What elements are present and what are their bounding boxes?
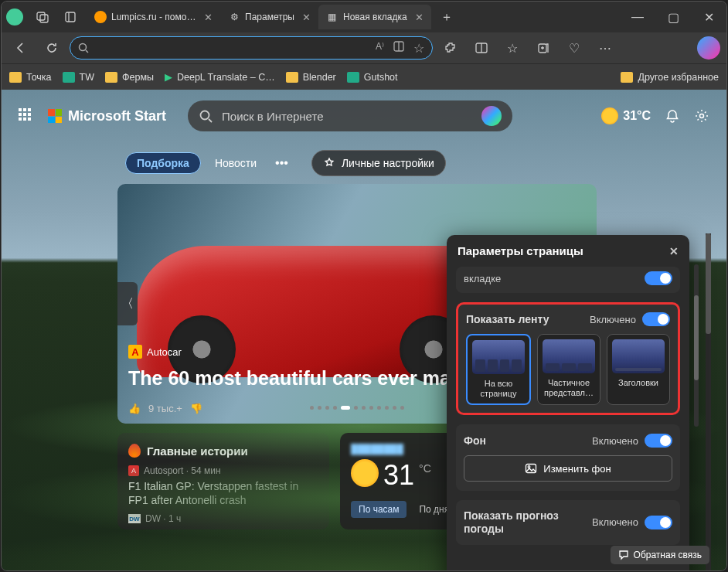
extensions-icon[interactable] [437,36,464,60]
folder-icon [105,72,117,83]
search-icon [78,43,89,53]
favicon-ntp-icon: ▦ [326,11,338,23]
vertical-tabs-icon[interactable] [59,5,82,29]
svg-line-12 [209,119,212,122]
carousel-prev-button[interactable]: 〈 [117,282,138,325]
panel-scrollbar[interactable] [694,264,699,427]
favorites-icon[interactable]: ☆ [499,36,526,60]
show-feed-label: Показать ленту [466,313,549,325]
notifications-icon[interactable] [665,108,680,124]
copilot-icon[interactable] [481,106,502,126]
toggle-state: Включено [592,435,638,447]
search-icon [199,109,213,123]
bookmark-item[interactable]: Фермы [105,72,154,83]
folder-icon [9,72,22,83]
bookmark-item[interactable]: Gutshot [347,72,398,83]
like-icon[interactable]: 👍 [128,403,141,414]
profile-avatar[interactable] [6,9,23,26]
translate-icon[interactable] [393,41,404,56]
content-area: Microsoft Start Поиск в Интернете 31°C П… [2,90,726,570]
close-icon[interactable]: ✕ [415,12,424,23]
close-button[interactable]: ✕ [691,2,726,32]
site-icon [63,72,75,83]
personal-settings-button[interactable]: Личные настройки [311,150,446,176]
folder-icon [286,72,298,83]
hero-reactions[interactable]: 👍 9 тыс.+ 👎 [128,403,202,414]
refresh-button[interactable] [39,36,65,60]
option-label: Частичное представл… [543,378,595,398]
tab-newtab[interactable]: ▦ Новая вкладка ✕ [318,5,431,29]
weather-mini[interactable]: 31°C [601,107,651,124]
page-settings-panel: Параметры страницы ✕ вкладке Показать ле… [447,235,689,570]
bookmark-item[interactable]: ▶DeepL Translate – C… [165,71,275,83]
sun-icon [601,107,618,124]
read-aloud-icon[interactable]: A⁾ [376,41,384,56]
prev-section-stub: вкладке [464,273,501,284]
feed-option-full[interactable]: На всю страницу [466,334,531,405]
toolbar: A⁾ ☆ ☆ ♡ ⋯ [2,32,726,63]
forecast-section: Показать прогноз погоды Включено [456,500,680,545]
search-bar[interactable]: Поиск в Интернете [188,100,512,131]
minimize-button[interactable]: ― [620,2,655,32]
bookmark-item[interactable]: Blender [286,72,336,83]
collections-icon[interactable] [530,36,556,60]
page-scrollbar[interactable] [706,233,711,570]
scrollbar-thumb[interactable] [694,295,699,380]
svg-rect-0 [37,12,45,20]
tab-feed-selection[interactable]: Подборка [125,152,201,174]
dislike-icon[interactable]: 👎 [190,403,202,414]
change-background-button[interactable]: Изменить фон [464,455,672,482]
split-screen-icon[interactable] [468,36,495,60]
menu-button[interactable]: ⋯ [592,36,618,60]
address-actions: A⁾ ☆ [376,41,424,56]
tab-feed-more[interactable]: ••• [270,156,293,170]
other-bookmarks[interactable]: Другое избранное [621,72,719,83]
title-bar: Lumpics.ru - помощь с ✕ ⚙ Параметры ✕ ▦ … [2,2,726,32]
site-icon [347,72,359,83]
feed-tabs: Подборка Новости ••• Личные настройки [2,150,726,176]
ms-start-logo[interactable]: Microsoft Start [48,108,166,124]
app-launcher-icon[interactable] [19,108,34,124]
toggle[interactable] [645,271,672,285]
close-icon[interactable]: ✕ [204,12,213,23]
browser-essentials-icon[interactable]: ♡ [561,36,587,60]
toggle-show-feed[interactable] [642,312,670,326]
feedback-button[interactable]: Обратная связь [611,546,709,564]
bookmark-label: Gutshot [364,72,398,83]
svg-rect-14 [526,465,536,473]
toggle-forecast[interactable] [645,516,672,529]
tab-settings[interactable]: ⚙ Параметры ✕ [220,5,318,29]
carousel-dots[interactable] [310,406,404,410]
address-bar[interactable]: A⁾ ☆ [70,36,433,60]
scrollbar-thumb[interactable] [706,233,711,334]
copilot-button[interactable] [697,36,720,60]
workspaces-icon[interactable] [31,5,54,29]
feedback-label: Обратная связь [634,550,702,560]
brand-label: Microsoft Start [68,108,166,124]
feed-option-partial[interactable]: Частичное представл… [537,334,600,405]
bookmark-item[interactable]: TW [63,72,94,83]
temp-label: 31°C [623,109,651,123]
tab-feed-news[interactable]: Новости [209,153,263,173]
tab-label: Параметры [245,12,294,22]
settings-icon[interactable] [694,108,709,124]
sun-icon [351,459,379,487]
option-label: На всю страницу [472,379,525,399]
panel-close-icon[interactable]: ✕ [669,245,679,257]
background-label: Фон [464,434,486,447]
toggle-background[interactable] [645,434,672,448]
new-tab-button[interactable]: ＋ [436,6,458,28]
favorite-icon[interactable]: ☆ [413,41,424,56]
personal-settings-label: Личные настройки [342,157,434,169]
maximize-button[interactable]: ▢ [655,2,691,32]
tab-lumpics[interactable]: Lumpics.ru - помощь с ✕ [87,5,220,29]
weather-tab-hourly[interactable]: По часам [351,501,407,518]
feed-option-headlines[interactable]: Заголовки [607,334,670,405]
window-controls: ― ▢ ✕ [620,2,726,32]
back-button[interactable] [8,36,34,60]
bookmark-item[interactable]: Точка [9,72,52,83]
folder-icon [621,72,633,83]
bookmark-label: Точка [26,72,52,83]
bookmark-label: Blender [303,72,336,83]
close-icon[interactable]: ✕ [302,12,311,23]
